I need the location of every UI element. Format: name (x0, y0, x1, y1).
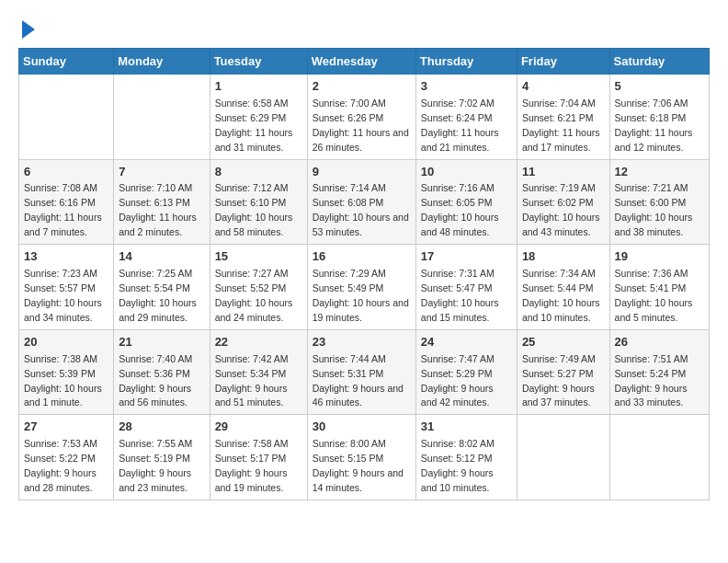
week-row-1: 1Sunrise: 6:58 AM Sunset: 6:29 PM Daylig… (19, 75, 710, 160)
day-number: 25 (522, 334, 605, 351)
day-info: Sunrise: 7:42 AM Sunset: 5:34 PM Dayligh… (215, 353, 289, 408)
day-number: 2 (313, 78, 411, 96)
day-info: Sunrise: 8:02 AM Sunset: 5:12 PM Dayligh… (421, 438, 495, 493)
weekday-header-friday: Friday (517, 49, 609, 75)
logo-arrow-icon (22, 20, 35, 39)
day-info: Sunrise: 7:44 AM Sunset: 5:31 PM Dayligh… (313, 353, 404, 408)
day-info: Sunrise: 7:36 AM Sunset: 5:41 PM Dayligh… (615, 268, 693, 323)
day-number: 8 (215, 164, 302, 181)
day-info: Sunrise: 7:12 AM Sunset: 6:10 PM Dayligh… (215, 182, 293, 237)
day-cell: 26Sunrise: 7:51 AM Sunset: 5:24 PM Dayli… (609, 329, 709, 415)
day-info: Sunrise: 7:47 AM Sunset: 5:29 PM Dayligh… (421, 353, 495, 408)
day-cell (114, 75, 210, 160)
day-info: Sunrise: 7:51 AM Sunset: 5:24 PM Dayligh… (615, 353, 688, 408)
day-info: Sunrise: 7:49 AM Sunset: 5:27 PM Dayligh… (522, 353, 596, 408)
day-info: Sunrise: 7:40 AM Sunset: 5:36 PM Dayligh… (119, 353, 192, 408)
day-number: 4 (522, 78, 605, 96)
day-number: 1 (215, 78, 302, 96)
weekday-header-sunday: Sunday (19, 49, 114, 75)
day-info: Sunrise: 7:27 AM Sunset: 5:52 PM Dayligh… (215, 268, 293, 323)
day-number: 29 (215, 419, 302, 436)
logo (18, 18, 35, 39)
day-cell: 22Sunrise: 7:42 AM Sunset: 5:34 PM Dayli… (210, 329, 307, 415)
week-row-3: 13Sunrise: 7:23 AM Sunset: 5:57 PM Dayli… (19, 245, 710, 330)
day-number: 16 (313, 248, 411, 266)
day-info: Sunrise: 7:31 AM Sunset: 5:47 PM Dayligh… (421, 268, 499, 323)
day-cell: 8Sunrise: 7:12 AM Sunset: 6:10 PM Daylig… (210, 159, 307, 245)
day-info: Sunrise: 7:04 AM Sunset: 6:21 PM Dayligh… (522, 98, 600, 153)
day-info: Sunrise: 7:53 AM Sunset: 5:22 PM Dayligh… (24, 438, 97, 493)
day-number: 31 (421, 419, 512, 436)
day-cell: 4Sunrise: 7:04 AM Sunset: 6:21 PM Daylig… (517, 75, 609, 160)
day-info: Sunrise: 7:21 AM Sunset: 6:00 PM Dayligh… (615, 182, 693, 237)
weekday-header-tuesday: Tuesday (210, 49, 307, 75)
weekday-header-thursday: Thursday (415, 49, 517, 75)
day-info: Sunrise: 6:58 AM Sunset: 6:29 PM Dayligh… (215, 98, 293, 153)
week-row-2: 6Sunrise: 7:08 AM Sunset: 6:16 PM Daylig… (19, 159, 710, 245)
day-number: 17 (421, 248, 512, 266)
day-cell: 14Sunrise: 7:25 AM Sunset: 5:54 PM Dayli… (114, 245, 210, 330)
day-info: Sunrise: 7:25 AM Sunset: 5:54 PM Dayligh… (119, 268, 197, 323)
day-cell: 16Sunrise: 7:29 AM Sunset: 5:49 PM Dayli… (307, 245, 415, 330)
day-info: Sunrise: 7:55 AM Sunset: 5:19 PM Dayligh… (119, 438, 192, 493)
day-info: Sunrise: 7:19 AM Sunset: 6:02 PM Dayligh… (522, 182, 600, 237)
page-header (18, 18, 710, 39)
day-info: Sunrise: 7:29 AM Sunset: 5:49 PM Dayligh… (313, 268, 409, 323)
day-cell: 24Sunrise: 7:47 AM Sunset: 5:29 PM Dayli… (415, 329, 517, 415)
day-cell: 13Sunrise: 7:23 AM Sunset: 5:57 PM Dayli… (19, 245, 114, 330)
day-cell: 11Sunrise: 7:19 AM Sunset: 6:02 PM Dayli… (517, 159, 609, 245)
day-info: Sunrise: 7:16 AM Sunset: 6:05 PM Dayligh… (421, 182, 499, 237)
day-number: 20 (24, 334, 108, 351)
day-cell: 19Sunrise: 7:36 AM Sunset: 5:41 PM Dayli… (609, 245, 709, 330)
day-cell: 10Sunrise: 7:16 AM Sunset: 6:05 PM Dayli… (415, 159, 517, 245)
day-cell (609, 415, 709, 500)
day-number: 7 (119, 164, 204, 181)
day-info: Sunrise: 7:23 AM Sunset: 5:57 PM Dayligh… (24, 268, 102, 323)
day-cell: 7Sunrise: 7:10 AM Sunset: 6:13 PM Daylig… (114, 159, 210, 245)
day-info: Sunrise: 7:08 AM Sunset: 6:16 PM Dayligh… (24, 182, 102, 237)
weekday-header-saturday: Saturday (609, 49, 709, 75)
day-info: Sunrise: 8:00 AM Sunset: 5:15 PM Dayligh… (313, 438, 404, 493)
day-info: Sunrise: 7:00 AM Sunset: 6:26 PM Dayligh… (313, 98, 409, 153)
weekday-header-monday: Monday (114, 49, 210, 75)
day-cell: 9Sunrise: 7:14 AM Sunset: 6:08 PM Daylig… (307, 159, 415, 245)
day-number: 21 (119, 334, 204, 351)
day-number: 24 (421, 334, 512, 351)
day-number: 14 (119, 248, 204, 266)
day-info: Sunrise: 7:06 AM Sunset: 6:18 PM Dayligh… (615, 98, 693, 153)
day-cell (19, 75, 114, 160)
day-number: 6 (24, 164, 108, 181)
day-number: 26 (615, 334, 704, 351)
day-info: Sunrise: 7:10 AM Sunset: 6:13 PM Dayligh… (119, 182, 197, 237)
day-cell: 27Sunrise: 7:53 AM Sunset: 5:22 PM Dayli… (19, 415, 114, 500)
day-number: 11 (522, 164, 605, 181)
day-cell: 6Sunrise: 7:08 AM Sunset: 6:16 PM Daylig… (19, 159, 114, 245)
day-number: 10 (421, 164, 512, 181)
day-cell: 31Sunrise: 8:02 AM Sunset: 5:12 PM Dayli… (415, 415, 517, 500)
day-number: 22 (215, 334, 302, 351)
day-cell: 15Sunrise: 7:27 AM Sunset: 5:52 PM Dayli… (210, 245, 307, 330)
day-cell: 21Sunrise: 7:40 AM Sunset: 5:36 PM Dayli… (114, 329, 210, 415)
day-number: 19 (615, 248, 704, 266)
day-number: 12 (615, 164, 704, 181)
day-cell: 29Sunrise: 7:58 AM Sunset: 5:17 PM Dayli… (210, 415, 307, 500)
day-info: Sunrise: 7:38 AM Sunset: 5:39 PM Dayligh… (24, 353, 102, 408)
day-number: 28 (119, 419, 204, 436)
day-cell (517, 415, 609, 500)
day-cell: 12Sunrise: 7:21 AM Sunset: 6:00 PM Dayli… (609, 159, 709, 245)
day-number: 18 (522, 248, 605, 266)
day-cell: 2Sunrise: 7:00 AM Sunset: 6:26 PM Daylig… (307, 75, 415, 160)
day-cell: 23Sunrise: 7:44 AM Sunset: 5:31 PM Dayli… (307, 329, 415, 415)
calendar-header: SundayMondayTuesdayWednesdayThursdayFrid… (19, 49, 710, 75)
day-number: 13 (24, 248, 108, 266)
week-row-4: 20Sunrise: 7:38 AM Sunset: 5:39 PM Dayli… (19, 329, 710, 415)
day-cell: 30Sunrise: 8:00 AM Sunset: 5:15 PM Dayli… (307, 415, 415, 500)
day-info: Sunrise: 7:14 AM Sunset: 6:08 PM Dayligh… (313, 182, 409, 237)
day-number: 23 (313, 334, 411, 351)
day-cell: 18Sunrise: 7:34 AM Sunset: 5:44 PM Dayli… (517, 245, 609, 330)
day-cell: 28Sunrise: 7:55 AM Sunset: 5:19 PM Dayli… (114, 415, 210, 500)
week-row-5: 27Sunrise: 7:53 AM Sunset: 5:22 PM Dayli… (19, 415, 710, 500)
day-info: Sunrise: 7:02 AM Sunset: 6:24 PM Dayligh… (421, 98, 499, 153)
day-cell: 17Sunrise: 7:31 AM Sunset: 5:47 PM Dayli… (415, 245, 517, 330)
day-cell: 3Sunrise: 7:02 AM Sunset: 6:24 PM Daylig… (415, 75, 517, 160)
